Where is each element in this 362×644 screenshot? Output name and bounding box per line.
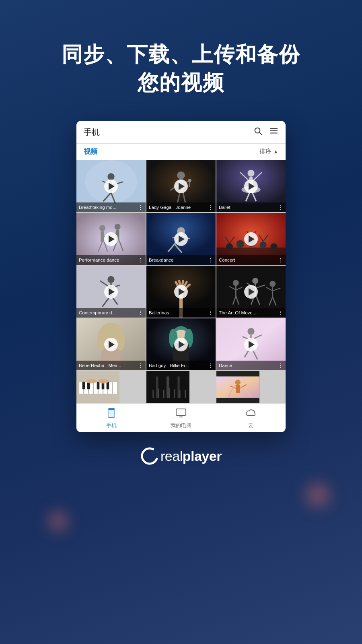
svg-point-25	[247, 170, 254, 177]
svg-point-82	[233, 280, 239, 286]
tab-cloud[interactable]: 云	[216, 404, 286, 432]
play-button-7[interactable]	[104, 285, 118, 299]
play-button-2[interactable]	[174, 180, 188, 193]
svg-point-34	[99, 225, 105, 231]
svg-point-137	[98, 379, 109, 384]
svg-point-116	[247, 328, 254, 335]
svg-point-54	[226, 244, 233, 250]
svg-rect-157	[176, 409, 186, 415]
video-cell-14[interactable]	[146, 371, 189, 403]
cell-more-7[interactable]: ⋮	[138, 310, 143, 316]
play-button-10[interactable]	[104, 338, 118, 351]
video-cell-5[interactable]: Breakdance ⋮	[146, 213, 216, 265]
logo-area: realplayer	[0, 432, 362, 467]
app-topbar: 手机	[76, 121, 286, 144]
cell-label-bar-3: Ballet ⋮	[216, 202, 286, 212]
play-button-8[interactable]	[174, 285, 188, 299]
cell-label-7: Contemporary d...	[79, 310, 136, 315]
topbar-icons	[253, 126, 278, 138]
video-cell-2[interactable]: Lady Gaga - Joanne ⋮	[146, 160, 216, 212]
cell-label-2: Lady Gaga - Joanne	[149, 205, 206, 210]
cell-more-1[interactable]: ⋮	[138, 204, 143, 211]
cell-label-3: Ballet	[219, 205, 276, 210]
hero-title: 同步、下载、上传和备份 您的视频	[0, 0, 362, 121]
video-cell-15[interactable]	[216, 371, 259, 403]
video-cell-13[interactable]	[76, 371, 119, 403]
play-button-12[interactable]	[244, 338, 258, 351]
video-cell-11[interactable]: Bad guy - Billie Ei... ⋮	[146, 318, 216, 370]
svg-rect-35	[101, 231, 104, 242]
svg-rect-155	[108, 409, 114, 418]
play-button-9[interactable]	[244, 285, 258, 299]
bg-decoration-1	[306, 483, 330, 507]
video-cell-1[interactable]: Breathtaking mo... ⋮	[76, 160, 146, 212]
svg-point-136	[86, 379, 97, 384]
cell-more-9[interactable]: ⋮	[278, 310, 283, 316]
sort-button[interactable]: 排序 ▲	[259, 148, 278, 155]
video-cell-4[interactable]: Performance dance ⋮	[76, 213, 146, 265]
cell-more-8[interactable]: ⋮	[208, 310, 213, 316]
play-button-4[interactable]	[104, 232, 118, 246]
svg-line-1	[259, 133, 261, 135]
video-cell-3[interactable]: Ballet ⋮	[216, 160, 286, 212]
phone-icon	[106, 408, 117, 421]
cell-more-2[interactable]: ⋮	[208, 204, 213, 211]
svg-point-105	[97, 329, 106, 351]
cell-more-5[interactable]: ⋮	[208, 257, 213, 263]
video-cell-9[interactable]: The Art Of Move.... ⋮	[216, 266, 286, 318]
svg-rect-135	[107, 382, 109, 390]
svg-point-57	[260, 242, 267, 248]
cell-more-10[interactable]: ⋮	[138, 362, 143, 369]
section-header: 视频 排序 ▲	[76, 144, 286, 160]
cell-more-3[interactable]: ⋮	[278, 204, 283, 211]
search-icon[interactable]	[253, 126, 262, 138]
app-tabbar: 手机 我的电脑 云	[76, 403, 286, 432]
cell-more-4[interactable]: ⋮	[138, 257, 143, 263]
cell-label-10: Bebe Rexha - Mea...	[79, 363, 136, 368]
svg-point-21	[188, 179, 191, 183]
cell-label-bar-10: Bebe Rexha - Mea... ⋮	[76, 361, 146, 370]
play-button-6[interactable]	[244, 232, 258, 246]
video-grid: Breathtaking mo... ⋮	[76, 160, 286, 403]
cell-more-6[interactable]: ⋮	[278, 257, 283, 263]
tab-phone[interactable]: 手机	[76, 404, 146, 432]
cell-label-bar-8: Ballerinas ⋮	[146, 308, 216, 318]
cell-label-12: Dance	[219, 363, 276, 368]
svg-point-15	[177, 171, 185, 179]
app-topbar-title: 手机	[84, 127, 100, 138]
cell-label-1: Breathtaking mo...	[79, 205, 136, 210]
play-button-3[interactable]	[244, 180, 258, 193]
cell-label-bar-12: Dance ⋮	[216, 361, 286, 370]
cell-label-11: Bad guy - Billie Ei...	[149, 363, 206, 368]
cell-label-4: Performance dance	[79, 258, 136, 262]
svg-point-150	[235, 380, 241, 385]
play-button-5[interactable]	[174, 232, 188, 246]
cloud-icon	[245, 408, 257, 421]
logo-text: realplayer	[160, 448, 222, 464]
cell-label-bar-5: Breakdance ⋮	[146, 255, 216, 265]
svg-point-88	[252, 278, 258, 284]
svg-rect-151	[236, 385, 240, 393]
cell-label-bar-1: Breathtaking mo... ⋮	[76, 202, 146, 212]
video-cell-6[interactable]: Concert ⋮	[216, 213, 286, 265]
tab-computer-label: 我的电脑	[171, 422, 191, 429]
cell-more-11[interactable]: ⋮	[208, 362, 213, 369]
svg-rect-131	[82, 382, 85, 390]
svg-point-67	[107, 276, 114, 283]
play-button-11[interactable]	[174, 338, 188, 351]
video-cell-10[interactable]: Bebe Rexha - Mea... ⋮	[76, 318, 146, 370]
cell-more-12[interactable]: ⋮	[278, 362, 283, 369]
computer-icon	[175, 408, 187, 421]
video-cell-7[interactable]: Contemporary d... ⋮	[76, 266, 146, 318]
svg-point-58	[270, 244, 277, 250]
play-button-1[interactable]	[104, 180, 118, 193]
video-cell-8[interactable]: Ballerinas ⋮	[146, 266, 216, 318]
tab-computer[interactable]: 我的电脑	[146, 404, 216, 432]
sort-arrow-icon: ▲	[273, 149, 278, 155]
cell-label-6: Concert	[219, 258, 276, 262]
menu-icon[interactable]	[269, 126, 278, 138]
svg-point-94	[269, 281, 276, 287]
video-cell-12[interactable]: Dance ⋮	[216, 318, 286, 370]
svg-rect-156	[108, 409, 114, 410]
tab-cloud-label: 云	[248, 422, 253, 429]
